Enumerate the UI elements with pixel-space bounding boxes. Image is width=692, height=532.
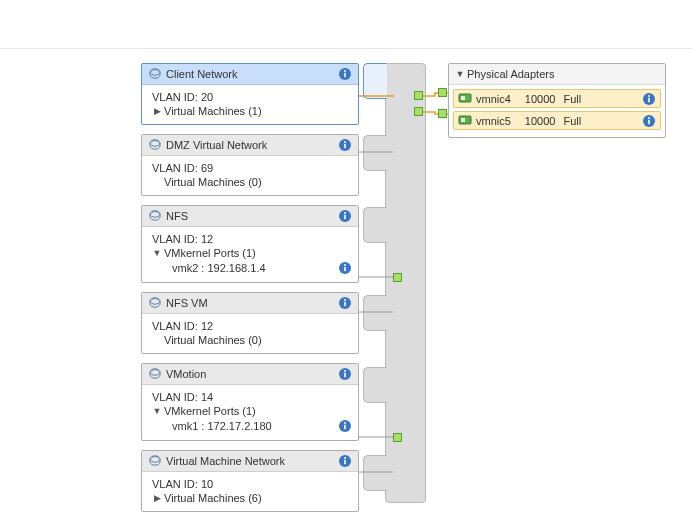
svg-point-40 — [648, 95, 650, 97]
nic-duplex: Full — [563, 115, 642, 127]
portgroup-name: NFS — [166, 210, 338, 222]
nic-icon — [458, 114, 472, 128]
static-text: Virtual Machines (0) — [164, 176, 262, 188]
vswitch-tab[interactable] — [363, 367, 387, 403]
svg-rect-37 — [461, 96, 465, 100]
info-icon[interactable] — [338, 261, 352, 275]
network-icon — [148, 296, 162, 310]
expand-toggle[interactable]: ▶ — [152, 106, 162, 116]
network-icon — [148, 367, 162, 381]
connector-icon — [414, 107, 423, 116]
info-icon[interactable] — [642, 114, 656, 128]
svg-point-17 — [344, 212, 346, 214]
portgroup-name: DMZ Virtual Network — [166, 139, 338, 151]
vlan-id-text: VLAN ID: 12 — [152, 233, 213, 245]
vlan-id-text: VLAN ID: 20 — [152, 91, 213, 103]
info-icon[interactable] — [338, 419, 352, 433]
portgroup-panel[interactable]: NFSVLAN ID: 12▼VMkernel Ports (1)vmk2 : … — [141, 205, 359, 283]
portgroup-name: VMotion — [166, 368, 338, 380]
nic-name: vmnic5 — [476, 115, 511, 127]
expander-label: Virtual Machines (1) — [164, 105, 262, 117]
info-icon[interactable] — [338, 67, 352, 81]
svg-rect-34 — [344, 460, 346, 464]
svg-rect-16 — [344, 215, 346, 219]
vswitch-tab[interactable] — [363, 207, 387, 243]
svg-rect-23 — [344, 302, 346, 306]
vlan-id-text: VLAN ID: 10 — [152, 478, 213, 490]
network-icon — [148, 454, 162, 468]
physical-adapters-title: Physical Adapters — [467, 68, 659, 80]
network-icon — [148, 209, 162, 223]
vmkernel-port-text: vmk1 : 172.17.2.180 — [172, 420, 272, 432]
nic-name: vmnic4 — [476, 93, 511, 105]
physical-adapters-panel: ▼ Physical Adapters vmnic410000Fullvmnic… — [448, 63, 666, 138]
portgroup-name: Virtual Machine Network — [166, 455, 338, 467]
svg-point-9 — [344, 70, 346, 72]
info-icon[interactable] — [338, 296, 352, 310]
svg-point-45 — [648, 117, 650, 119]
connector-icon — [393, 433, 402, 442]
portgroup-panel[interactable]: NFS VMVLAN ID: 12Virtual Machines (0) — [141, 292, 359, 354]
expander-label: Virtual Machines (6) — [164, 492, 262, 504]
portgroup-panel[interactable]: VMotionVLAN ID: 14▼VMkernel Ports (1)vmk… — [141, 363, 359, 441]
expander-label: VMkernel Ports (1) — [164, 247, 256, 259]
vmkernel-port-text: vmk2 : 192.168.1.4 — [172, 262, 266, 274]
portgroup-panel[interactable]: DMZ Virtual NetworkVLAN ID: 69Virtual Ma… — [141, 134, 359, 196]
connector-icon — [438, 88, 447, 97]
svg-rect-19 — [344, 267, 346, 271]
connector-icon — [438, 109, 447, 118]
nic-icon — [458, 92, 472, 106]
network-icon — [148, 67, 162, 81]
svg-point-24 — [344, 299, 346, 301]
info-icon[interactable] — [338, 367, 352, 381]
expand-toggle[interactable]: ▼ — [152, 406, 162, 416]
nic-speed: 10000 — [525, 115, 556, 127]
svg-point-20 — [344, 264, 346, 266]
expand-toggle[interactable]: ▶ — [152, 493, 162, 503]
portgroup-name: NFS VM — [166, 297, 338, 309]
info-icon[interactable] — [338, 209, 352, 223]
portgroup-name: Client Network — [166, 68, 338, 80]
svg-rect-8 — [344, 73, 346, 77]
nic-duplex: Full — [563, 93, 642, 105]
svg-rect-39 — [648, 97, 650, 101]
connector-icon — [414, 91, 423, 100]
chevron-down-icon[interactable]: ▼ — [455, 69, 465, 79]
svg-point-28 — [344, 370, 346, 372]
svg-rect-30 — [344, 425, 346, 429]
portgroup-panel[interactable]: Virtual Machine NetworkVLAN ID: 10▶Virtu… — [141, 450, 359, 512]
network-icon — [148, 138, 162, 152]
svg-rect-44 — [648, 119, 650, 123]
vswitch-tab[interactable] — [363, 295, 387, 331]
info-icon[interactable] — [338, 454, 352, 468]
vlan-id-text: VLAN ID: 14 — [152, 391, 213, 403]
svg-point-13 — [344, 141, 346, 143]
vswitch-bar — [385, 63, 426, 503]
static-text: Virtual Machines (0) — [164, 334, 262, 346]
info-icon[interactable] — [338, 138, 352, 152]
divider — [0, 48, 692, 49]
vswitch-tab[interactable] — [363, 455, 387, 491]
connector-icon — [393, 273, 402, 282]
nic-speed: 10000 — [525, 93, 556, 105]
vlan-id-text: VLAN ID: 69 — [152, 162, 213, 174]
expand-toggle[interactable]: ▼ — [152, 248, 162, 258]
svg-point-35 — [344, 457, 346, 459]
vswitch-tab[interactable] — [363, 63, 387, 99]
svg-rect-42 — [461, 118, 465, 122]
physical-nic-row[interactable]: vmnic510000Full — [453, 111, 661, 130]
svg-point-31 — [344, 422, 346, 424]
vlan-id-text: VLAN ID: 12 — [152, 320, 213, 332]
portgroup-panel[interactable]: Client NetworkVLAN ID: 20▶Virtual Machin… — [141, 63, 359, 125]
physical-nic-row[interactable]: vmnic410000Full — [453, 89, 661, 108]
vswitch-tab[interactable] — [363, 135, 387, 171]
expander-label: VMkernel Ports (1) — [164, 405, 256, 417]
svg-rect-27 — [344, 373, 346, 377]
svg-rect-12 — [344, 144, 346, 148]
info-icon[interactable] — [642, 92, 656, 106]
